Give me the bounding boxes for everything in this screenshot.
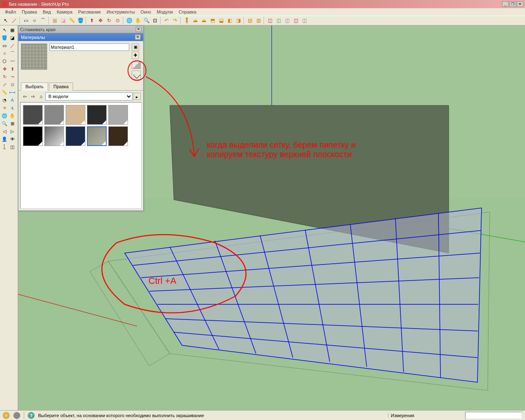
swatch-10[interactable] — [108, 126, 128, 146]
maximize-button[interactable]: ❐ — [509, 1, 516, 7]
offset-tool-icon[interactable]: ⊙ — [114, 16, 122, 25]
circle-tool-icon[interactable]: ○ — [30, 16, 39, 25]
eyedropper-button[interactable] — [132, 71, 141, 80]
followme-icon[interactable]: ⤳ — [9, 73, 16, 80]
orbit2-icon[interactable]: 🌐 — [1, 112, 8, 119]
offset2-icon[interactable]: ⊙ — [9, 81, 16, 88]
menu-draw[interactable]: Рисование — [76, 9, 103, 15]
sandbox4-icon[interactable]: ⬓ — [217, 16, 225, 25]
menu-help[interactable]: Справка — [176, 9, 199, 15]
tape2-icon[interactable]: 📏 — [1, 89, 8, 96]
rotate2-icon[interactable]: ↻ — [1, 73, 8, 80]
paint-icon[interactable]: 🪣 — [1, 34, 8, 41]
nav-back-icon[interactable]: ⇦ — [21, 93, 28, 100]
status-credit-icon[interactable] — [13, 412, 21, 419]
move2-icon[interactable]: ✥ — [1, 65, 8, 73]
sandbox3-icon[interactable]: ⬒ — [208, 16, 217, 25]
swatch-4[interactable] — [87, 105, 107, 125]
arc-icon[interactable]: ⌒ — [9, 50, 16, 57]
swatch-6[interactable] — [23, 126, 43, 146]
axes-icon[interactable]: ✛ — [1, 104, 8, 112]
swatch-3[interactable] — [66, 105, 85, 125]
undo-icon[interactable]: ↶ — [162, 16, 171, 25]
create-material-icon[interactable]: ✚ — [132, 52, 139, 59]
component-icon[interactable]: ▦ — [50, 16, 59, 25]
dynamic2-icon[interactable]: ◫ — [274, 16, 283, 25]
eraser-tool-icon[interactable]: ◪ — [59, 16, 67, 25]
dynamic1-icon[interactable]: ◫ — [266, 16, 274, 25]
sandbox5-icon[interactable]: ◧ — [226, 16, 234, 25]
freehand-icon[interactable]: 〰 — [9, 57, 16, 65]
prev-icon[interactable]: ◁ — [1, 128, 8, 135]
select-tool-icon[interactable]: ↖ — [2, 16, 10, 25]
section-icon[interactable]: ◫ — [9, 143, 16, 151]
layers2-icon[interactable]: ▥ — [254, 16, 262, 25]
pan2-icon[interactable]: ✋ — [9, 112, 16, 119]
select-icon[interactable]: ↖ — [1, 26, 8, 34]
pushpull-tool-icon[interactable]: ⬆ — [88, 16, 96, 25]
walk-icon[interactable]: 🚶 — [1, 143, 8, 151]
menu-plugins[interactable]: Модули — [154, 9, 175, 15]
nav-home-icon[interactable]: ⌂ — [37, 93, 45, 100]
smooth-panel-title[interactable]: Сглаживать края ✕ — [18, 26, 143, 33]
swatch-8[interactable] — [66, 126, 85, 146]
material-name-input[interactable] — [50, 43, 129, 51]
dimension-icon[interactable]: ⟷ — [9, 89, 16, 96]
status-geo-icon[interactable] — [2, 412, 10, 419]
zoomwin-icon[interactable]: ⊞ — [9, 120, 16, 127]
line-tool-icon[interactable]: ／ — [10, 16, 18, 25]
nav-details-icon[interactable]: ▸ — [133, 93, 141, 100]
tab-select[interactable]: Выбрать — [21, 82, 48, 91]
make-component-icon[interactable]: ▦ — [9, 26, 16, 34]
paint-tool-icon[interactable]: 🪣 — [76, 16, 84, 25]
menu-camera[interactable]: Камера — [54, 9, 75, 15]
dynamic3-icon[interactable]: ◫ — [283, 16, 291, 25]
line-icon[interactable]: ／ — [9, 42, 16, 49]
eraser-icon[interactable]: ◪ — [9, 34, 16, 41]
tape-tool-icon[interactable]: 📏 — [68, 16, 76, 25]
sandbox6-icon[interactable]: ◨ — [234, 16, 242, 25]
material-library-dropdown[interactable]: В модели — [46, 92, 132, 100]
menu-file[interactable]: Файл — [2, 9, 18, 15]
redo-icon[interactable]: ↷ — [171, 16, 179, 25]
zoom-tool-icon[interactable]: 🔍 — [142, 16, 151, 25]
tab-edit[interactable]: Правка — [49, 82, 73, 91]
pan-tool-icon[interactable]: ✋ — [134, 16, 142, 25]
sandbox2-icon[interactable]: ⛰ — [200, 16, 208, 25]
swatch-5[interactable] — [108, 105, 128, 125]
materials-close-icon[interactable]: ✕ — [135, 34, 141, 40]
status-help-icon[interactable]: ? — [27, 412, 35, 419]
close-button[interactable]: ✕ — [517, 1, 523, 7]
minimize-button[interactable]: _ — [502, 1, 509, 7]
text-icon[interactable]: A — [9, 96, 16, 104]
menu-window[interactable]: Окно — [138, 9, 154, 15]
pushpull2-icon[interactable]: ⬆ — [9, 65, 16, 73]
swatch-1[interactable] — [23, 105, 43, 125]
dynamic5-icon[interactable]: ◫ — [300, 16, 308, 25]
nav-forward-icon[interactable]: ⇨ — [29, 93, 37, 100]
zoom2-icon[interactable]: 🔍 — [1, 120, 8, 127]
menu-edit[interactable]: Правка — [19, 9, 39, 15]
scale-icon[interactable]: ⤢ — [1, 81, 8, 88]
look-around-icon[interactable]: 👁 — [9, 135, 16, 143]
materials-panel-title[interactable]: Материалы ✕ — [18, 33, 143, 41]
rotate-tool-icon[interactable]: ↻ — [105, 16, 113, 25]
default-color-button[interactable] — [132, 62, 141, 69]
protractor-icon[interactable]: ◔ — [1, 96, 8, 104]
dynamic4-icon[interactable]: ◫ — [292, 16, 300, 25]
3dtext-icon[interactable]: 𝐀 — [9, 104, 16, 112]
sandbox-icon[interactable]: ⛰ — [191, 16, 199, 25]
rectangle-tool-icon[interactable]: ▭ — [22, 16, 30, 25]
smooth-close-icon[interactable]: ✕ — [136, 27, 142, 32]
position-camera-icon[interactable]: 👤 — [1, 135, 8, 143]
orbit-tool-icon[interactable]: 🌐 — [125, 16, 133, 25]
polygon-icon[interactable]: ⬡ — [1, 57, 8, 65]
swatch-2[interactable] — [44, 105, 64, 125]
swatch-7[interactable] — [44, 126, 64, 146]
menu-tools[interactable]: Инструменты — [104, 9, 137, 15]
swatch-9[interactable] — [87, 126, 107, 146]
circle-icon[interactable]: ○ — [1, 50, 8, 57]
measurements-input[interactable] — [465, 412, 523, 419]
person-icon[interactable]: 🧍 — [183, 16, 191, 25]
next-icon[interactable]: ▷ — [9, 128, 16, 135]
